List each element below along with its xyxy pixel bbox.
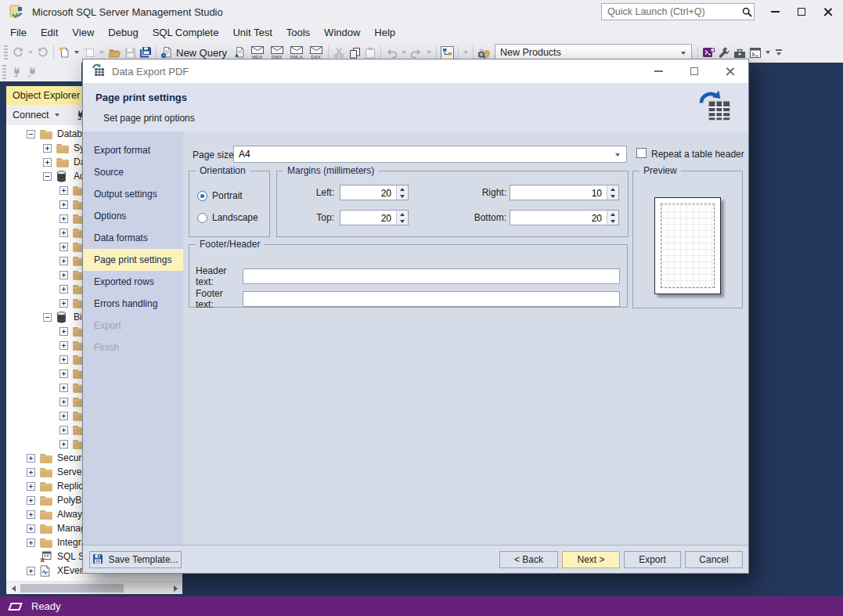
wizard-step[interactable]: Output settings xyxy=(83,183,183,205)
wizard-step[interactable]: Finish xyxy=(83,337,183,358)
wizard-step[interactable]: Export xyxy=(83,315,183,337)
page-size-combobox[interactable]: A4 xyxy=(233,146,627,163)
tree-expander-icon[interactable] xyxy=(27,510,35,519)
tree-expander-icon[interactable] xyxy=(27,454,35,463)
new-project-icon[interactable] xyxy=(56,43,72,62)
tree-expander-icon[interactable] xyxy=(59,285,68,294)
tree-expander-icon[interactable] xyxy=(27,468,35,477)
wizard-step[interactable]: Export format xyxy=(83,139,183,161)
tree-expander-icon[interactable] xyxy=(43,144,52,153)
horizontal-scrollbar[interactable] xyxy=(6,581,182,594)
tree-expander-icon[interactable] xyxy=(43,158,52,167)
footer-text-input[interactable] xyxy=(243,291,620,307)
tree-expander-icon[interactable] xyxy=(59,426,68,434)
chevron-down-icon[interactable] xyxy=(681,52,686,55)
connect-object-explorer-icon[interactable] xyxy=(9,63,24,81)
tree-expander-icon[interactable] xyxy=(59,355,68,364)
tree-expander-icon[interactable] xyxy=(59,341,68,350)
menu-item[interactable]: Unit Test xyxy=(225,23,279,42)
command-window-dropdown-icon[interactable] xyxy=(766,51,770,54)
menu-item[interactable]: Tools xyxy=(279,23,317,42)
xmla-query-icon[interactable]: XMLA xyxy=(286,46,306,59)
tree-expander-icon[interactable] xyxy=(59,243,68,251)
spin-down-icon[interactable] xyxy=(397,193,408,200)
radio-button-icon[interactable] xyxy=(197,213,207,223)
new-query-button[interactable]: New Query xyxy=(176,47,227,59)
wizard-step[interactable]: Errors handling xyxy=(83,293,183,315)
tree-expander-icon[interactable] xyxy=(43,313,52,322)
toolbar-grip[interactable] xyxy=(2,65,6,79)
connect-dropdown-icon[interactable] xyxy=(55,113,59,117)
margin-spinbox[interactable] xyxy=(340,210,409,225)
dropdown-icon[interactable] xyxy=(463,51,468,54)
wizard-step[interactable]: Options xyxy=(83,205,183,227)
margin-spinbox[interactable] xyxy=(510,185,619,200)
tree-expander-icon[interactable] xyxy=(59,186,68,195)
navigate-back-icon[interactable] xyxy=(10,43,26,62)
spin-up-icon[interactable] xyxy=(607,186,618,193)
save-template-button[interactable]: Save Template... xyxy=(89,551,182,568)
minimize-button[interactable] xyxy=(762,0,788,23)
tree-expander-icon[interactable] xyxy=(59,327,68,336)
new-project-dropdown-icon[interactable] xyxy=(74,51,79,54)
command-window-icon[interactable] xyxy=(748,43,763,62)
wizard-step[interactable]: Page print settings xyxy=(83,249,183,271)
navigate-back-dropdown-icon[interactable] xyxy=(28,51,33,54)
tree-expander-icon[interactable] xyxy=(27,567,35,575)
tree-expander-icon[interactable] xyxy=(27,482,35,491)
mdx-query-icon[interactable]: MDX xyxy=(247,46,267,59)
menu-item[interactable]: File xyxy=(3,23,34,42)
menu-item[interactable]: Window xyxy=(317,23,367,42)
cancel-button[interactable]: Cancel xyxy=(685,551,743,568)
margin-spinbox[interactable] xyxy=(510,210,619,225)
menu-item[interactable]: Help xyxy=(367,23,402,42)
tree-expander-icon[interactable] xyxy=(59,412,68,420)
dialog-title-bar[interactable]: Data Export PDF xyxy=(83,59,748,83)
tree-expander-icon[interactable] xyxy=(59,440,68,448)
margin-input[interactable] xyxy=(510,211,618,225)
dialog-maximize-button[interactable] xyxy=(676,59,712,83)
spin-down-icon[interactable] xyxy=(607,218,618,225)
tree-expander-icon[interactable] xyxy=(27,130,35,139)
tree-expander-icon[interactable] xyxy=(59,200,68,209)
close-button[interactable] xyxy=(815,0,841,23)
menu-item[interactable]: Edit xyxy=(34,23,65,42)
connect-button[interactable]: Connect xyxy=(13,110,49,121)
tree-expander-icon[interactable] xyxy=(59,398,68,406)
tree-expander-icon[interactable] xyxy=(27,539,35,547)
spin-up-icon[interactable] xyxy=(397,186,408,193)
dmx-query-icon[interactable]: DMX xyxy=(267,46,286,59)
navigate-forward-icon[interactable] xyxy=(35,43,51,62)
wizard-step[interactable]: Exported rows xyxy=(83,271,183,293)
maximize-button[interactable] xyxy=(788,0,815,23)
tree-expander-icon[interactable] xyxy=(59,369,68,378)
chevron-down-icon[interactable] xyxy=(615,153,620,157)
redo-dropdown-icon[interactable] xyxy=(427,51,431,54)
margin-spinbox[interactable] xyxy=(340,185,409,200)
margin-input[interactable] xyxy=(510,186,618,200)
tree-expander-icon[interactable] xyxy=(59,271,68,279)
tree-expander-icon[interactable] xyxy=(59,214,68,223)
scrollbar-thumb[interactable] xyxy=(20,584,124,593)
disconnect-icon[interactable] xyxy=(24,63,40,81)
quick-launch-input[interactable] xyxy=(602,6,740,17)
tree-expander-icon[interactable] xyxy=(27,496,35,505)
export-button[interactable]: Export xyxy=(624,551,681,568)
tree-expander-icon[interactable] xyxy=(43,172,52,181)
tree-expander-icon[interactable] xyxy=(27,524,35,533)
tree-expander-icon[interactable] xyxy=(59,299,68,308)
spin-down-icon[interactable] xyxy=(397,218,408,225)
tree-expander-icon[interactable] xyxy=(59,384,68,392)
search-icon[interactable] xyxy=(740,7,754,17)
radio-button-icon[interactable] xyxy=(197,191,207,201)
toolbar-grip[interactable] xyxy=(4,45,8,59)
next-button[interactable]: Next > xyxy=(562,551,620,568)
quick-launch-box[interactable] xyxy=(601,3,755,20)
tree-expander-icon[interactable] xyxy=(59,229,68,237)
repeat-header-checkbox[interactable] xyxy=(636,148,647,158)
back-button[interactable]: < Back xyxy=(499,551,558,568)
spin-up-icon[interactable] xyxy=(397,211,408,218)
header-text-input[interactable] xyxy=(243,268,620,284)
wizard-step[interactable]: Source xyxy=(83,161,183,183)
orientation-radio[interactable]: Portrait xyxy=(197,190,243,201)
